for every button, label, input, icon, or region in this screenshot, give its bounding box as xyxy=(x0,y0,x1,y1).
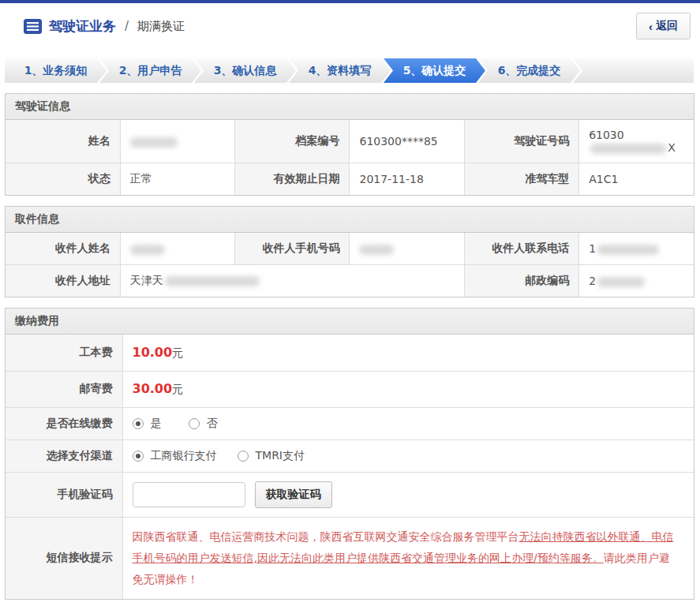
postage-fee-label: 邮寄费 xyxy=(6,371,122,407)
recipient-name-label: 收件人姓名 xyxy=(6,233,120,265)
payment-channel-label: 选择支付渠道 xyxy=(6,440,122,472)
redacted-recipient-phone xyxy=(597,245,659,255)
step-progress-bar: 1、业务须知 2、用户申告 3、确认信息 4、资料填写 5、确认提交 6、完成提… xyxy=(5,58,694,83)
production-fee-label: 工本费 xyxy=(6,335,122,371)
table-row: 工本费 10.00元 xyxy=(6,335,694,371)
license-section-title: 驾驶证信息 xyxy=(6,94,694,120)
redacted-recipient-address xyxy=(165,276,260,286)
form-list-icon xyxy=(24,19,42,34)
file-number-label: 档案编号 xyxy=(235,120,350,163)
table-row: 短信接收提示 因陕西省联通、电信运营商技术问题，陕西省互联网交通安全综合服务管理… xyxy=(6,517,694,599)
get-sms-code-button[interactable]: 获取验证码 xyxy=(255,481,332,508)
fees-table: 工本费 10.00元 邮寄费 30.00元 是否在线缴费 是 否 选择支付渠道 … xyxy=(6,335,694,599)
radio-label-tmri: TMRI支付 xyxy=(256,449,305,463)
breadcrumb-separator: / xyxy=(125,19,129,33)
fees-section: 缴纳费用 工本费 10.00元 邮寄费 30.00元 是否在线缴费 是 否 选择… xyxy=(5,308,694,600)
sms-notice-cell: 因陕西省联通、电信运营商技术问题，陕西省互联网交通安全综合服务管理平台无法向持陕… xyxy=(122,517,694,599)
step-2-user-declaration[interactable]: 2、用户申告 xyxy=(99,58,201,83)
online-payment-options: 是 否 xyxy=(122,407,694,440)
status-label: 状态 xyxy=(6,163,120,196)
back-button-label: 返回 xyxy=(656,19,678,33)
production-fee-value: 10.00元 xyxy=(122,335,694,371)
step-bar-filler xyxy=(573,58,694,83)
production-fee-unit: 元 xyxy=(172,346,183,359)
payment-channel-options: 工商银行支付 TMRI支付 xyxy=(122,440,694,472)
recipient-address-value: 天津天 xyxy=(120,265,464,297)
table-row: 收件人姓名 收件人手机号码 收件人联系电话 1 xyxy=(6,233,694,265)
recipient-phone-label: 收件人联系电话 xyxy=(464,233,578,265)
recipient-address-label: 收件人地址 xyxy=(6,265,120,297)
pickup-info-table: 收件人姓名 收件人手机号码 收件人联系电话 1 收件人地址 天津天 邮政编码 2 xyxy=(6,233,694,297)
radio-selected-icon[interactable] xyxy=(133,418,144,429)
name-value xyxy=(120,120,234,163)
vehicle-class-value: A1C1 xyxy=(579,163,694,196)
sms-notice-text: 因陕西省联通、电信运营商技术问题，陕西省互联网交通安全综合服务管理平台无法向持陕… xyxy=(133,526,685,591)
radio-label-icbc: 工商银行支付 xyxy=(151,449,217,463)
redacted-license-number xyxy=(590,144,666,154)
radio-option-icbc[interactable]: 工商银行支付 xyxy=(133,449,217,463)
fees-section-title: 缴纳费用 xyxy=(6,309,694,335)
page-header: 驾驶证业务 / 期满换证 ‹ 返回 xyxy=(0,3,700,49)
license-info-table: 姓名 档案编号 610300****85 驾驶证号码 61030X 状态 正常 … xyxy=(6,120,694,195)
page-title: 驾驶证业务 xyxy=(49,17,116,36)
postage-fee-value: 30.00元 xyxy=(122,371,694,407)
step-1-business-notice[interactable]: 1、业务须知 xyxy=(5,58,107,83)
sms-code-cell: 获取验证码 xyxy=(122,472,694,517)
pickup-info-section: 取件信息 收件人姓名 收件人手机号码 收件人联系电话 1 收件人地址 天津天 邮… xyxy=(5,206,694,297)
radio-option-no[interactable]: 否 xyxy=(189,417,218,431)
name-label: 姓名 xyxy=(6,120,120,163)
back-button[interactable]: ‹ 返回 xyxy=(636,13,691,39)
radio-unselected-icon[interactable] xyxy=(189,418,200,429)
table-row: 状态 正常 有效期止日期 2017-11-18 准驾车型 A1C1 xyxy=(6,163,694,196)
sms-code-label: 手机验证码 xyxy=(6,472,122,517)
radio-unselected-icon[interactable] xyxy=(238,451,249,462)
step-6-complete-submit[interactable]: 6、完成提交 xyxy=(478,58,580,83)
recipient-name-value xyxy=(120,233,234,265)
table-row: 是否在线缴费 是 否 xyxy=(6,407,694,440)
table-row: 收件人地址 天津天 邮政编码 2 xyxy=(6,265,694,297)
status-value: 正常 xyxy=(120,163,234,196)
radio-option-yes[interactable]: 是 xyxy=(133,417,162,431)
redacted-recipient-name xyxy=(130,245,165,255)
postal-code-value: 2 xyxy=(579,265,694,297)
table-row: 邮寄费 30.00元 xyxy=(6,371,694,407)
vehicle-class-label: 准驾车型 xyxy=(464,163,578,196)
table-row: 选择支付渠道 工商银行支付 TMRI支付 xyxy=(6,440,694,472)
valid-until-value: 2017-11-18 xyxy=(350,163,464,196)
sms-code-input[interactable] xyxy=(133,482,245,507)
redacted-name xyxy=(130,137,178,148)
table-row: 姓名 档案编号 610300****85 驾驶证号码 61030X xyxy=(6,120,694,163)
sms-notice-label: 短信接收提示 xyxy=(6,517,122,599)
recipient-mobile-value xyxy=(350,233,464,265)
file-number-value: 610300****85 xyxy=(350,120,464,163)
radio-selected-icon[interactable] xyxy=(133,451,144,462)
step-3-confirm-info[interactable]: 3、确认信息 xyxy=(194,58,296,83)
redacted-recipient-mobile xyxy=(359,245,394,255)
chevron-left-icon: ‹ xyxy=(649,21,653,32)
online-payment-label: 是否在线缴费 xyxy=(6,407,122,440)
step-5-confirm-submit[interactable]: 5、确认提交 xyxy=(384,58,485,83)
step-4-fill-data[interactable]: 4、资料填写 xyxy=(289,58,391,83)
pickup-section-title: 取件信息 xyxy=(6,207,694,233)
breadcrumb-current: 期满换证 xyxy=(137,19,185,34)
license-info-section: 驾驶证信息 姓名 档案编号 610300****85 驾驶证号码 61030X … xyxy=(5,93,694,196)
production-fee-amount: 10.00 xyxy=(133,345,173,360)
license-number-value: 61030X xyxy=(579,120,694,163)
valid-until-label: 有效期止日期 xyxy=(235,163,350,196)
postal-code-label: 邮政编码 xyxy=(464,265,578,297)
radio-label-no: 否 xyxy=(207,417,218,431)
radio-label-yes: 是 xyxy=(151,417,162,431)
table-row: 手机验证码 获取验证码 xyxy=(6,472,694,517)
radio-option-tmri[interactable]: TMRI支付 xyxy=(238,449,305,463)
license-number-label: 驾驶证号码 xyxy=(464,120,578,163)
recipient-mobile-label: 收件人手机号码 xyxy=(235,233,350,265)
postage-fee-amount: 30.00 xyxy=(133,381,173,396)
redacted-postal-code xyxy=(597,277,645,287)
recipient-phone-value: 1 xyxy=(579,233,694,265)
postage-fee-unit: 元 xyxy=(172,383,183,395)
